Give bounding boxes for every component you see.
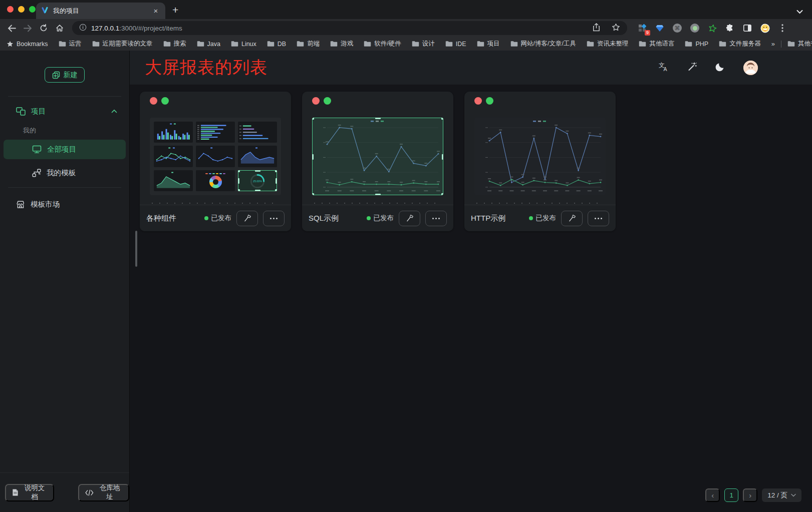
- docs-button[interactable]: 说明文档: [5, 484, 54, 501]
- folder-icon: [364, 41, 371, 47]
- edit-hammer-button[interactable]: [236, 211, 258, 226]
- extension-record-icon[interactable]: [690, 23, 700, 33]
- share-icon[interactable]: [593, 23, 600, 33]
- bookmark-folder[interactable]: 前端: [297, 40, 320, 48]
- ellipsis-icon: [432, 218, 440, 219]
- bookmark-folder[interactable]: 近期需要读的文章: [92, 40, 153, 48]
- browser-menu-icon[interactable]: [777, 23, 787, 33]
- sidebar-item-template-market[interactable]: 模板市场: [0, 195, 129, 213]
- bookmark-folder-label: 游戏: [341, 40, 353, 48]
- side-panel-icon[interactable]: [742, 23, 752, 33]
- language-toggle-icon[interactable]: 文 A: [658, 61, 669, 74]
- bookmark-folder[interactable]: 资讯未整理: [587, 40, 629, 48]
- new-copy-icon: [52, 71, 60, 79]
- address-bar[interactable]: 127.0.0.1:3000/#/project/items: [72, 21, 627, 35]
- bookmark-folder[interactable]: 运营: [59, 40, 82, 48]
- close-window-button[interactable]: [7, 6, 14, 13]
- home-icon[interactable]: [53, 22, 66, 35]
- bookmark-folder[interactable]: 文件服务器: [719, 40, 761, 48]
- monitor-icon: [32, 145, 42, 154]
- tab-title: 我的项目: [53, 7, 147, 16]
- bookmark-folder[interactable]: 设计: [412, 40, 435, 48]
- extensions-puzzle-icon[interactable]: [725, 23, 735, 33]
- browser-tab[interactable]: 我的项目 ×: [36, 3, 165, 19]
- project-thumbnail[interactable]: 25.00%: [150, 118, 281, 195]
- bookmark-folder[interactable]: 项目: [477, 40, 500, 48]
- card-green-dot: [161, 97, 169, 105]
- zoom-window-button[interactable]: [29, 6, 36, 13]
- bookmark-folder[interactable]: Java: [197, 41, 220, 48]
- extension-grid-icon[interactable]: 9: [637, 23, 647, 33]
- sidebar-item-all-projects[interactable]: 全部项目: [4, 140, 126, 159]
- extension-gem-icon[interactable]: [655, 23, 665, 33]
- folder-icon: [510, 41, 518, 47]
- tab-close-icon[interactable]: ×: [151, 7, 160, 16]
- magic-wand-icon[interactable]: [687, 62, 697, 74]
- bookmark-folder[interactable]: DB: [267, 41, 286, 48]
- prev-page-button[interactable]: ‹: [705, 488, 720, 502]
- bookmark-folder-label: 前端: [307, 40, 320, 48]
- mini-chart-area: [238, 146, 277, 167]
- status-dot: [204, 216, 208, 220]
- sidebar-divider: [8, 187, 121, 188]
- bookmark-folder[interactable]: 网站/博客/文章/工具: [510, 40, 576, 48]
- project-name: 各种组件: [146, 214, 176, 223]
- project-thumbnail[interactable]: [474, 118, 606, 195]
- bookmarks-root[interactable]: Bookmarks: [7, 41, 48, 48]
- extension-badge: 9: [645, 30, 650, 36]
- bookmark-folder[interactable]: 游戏: [330, 40, 353, 48]
- sidebar-footer: 说明文档 仓库地址: [0, 472, 129, 512]
- bookmark-folder[interactable]: PHP: [685, 41, 708, 48]
- bookmark-folder-label: 资讯未整理: [597, 40, 629, 48]
- folder-icon: [163, 41, 171, 47]
- dark-mode-moon-icon[interactable]: [715, 62, 725, 74]
- more-actions-button[interactable]: [425, 211, 447, 226]
- macos-window-controls[interactable]: [7, 6, 36, 13]
- chevron-up-icon[interactable]: [111, 109, 117, 113]
- more-actions-button[interactable]: [588, 211, 609, 226]
- sidebar-item-my-templates[interactable]: 我的模板: [4, 163, 126, 183]
- project-card[interactable]: HTTP示例 已发布: [464, 92, 616, 231]
- edit-hammer-button[interactable]: [561, 211, 583, 226]
- extension-star-icon[interactable]: [707, 23, 717, 33]
- new-project-button[interactable]: 新建: [45, 67, 85, 83]
- other-bookmarks[interactable]: 其他书签: [787, 40, 812, 48]
- bookmark-folder[interactable]: 软件/硬件: [364, 40, 401, 48]
- bookmark-folder-label: 软件/硬件: [374, 40, 401, 48]
- extension-command-icon[interactable]: ⌘: [672, 23, 682, 33]
- back-icon[interactable]: [5, 22, 18, 35]
- bookmark-folder[interactable]: Linux: [231, 41, 256, 48]
- minimize-window-button[interactable]: [18, 6, 25, 13]
- page-size-select[interactable]: 12 / 页: [762, 488, 801, 502]
- forward-icon[interactable]: [21, 22, 34, 35]
- folder-icon: [231, 41, 238, 47]
- emoji-extension-icon[interactable]: [760, 23, 770, 33]
- user-avatar[interactable]: [743, 61, 758, 75]
- bookmark-star-icon[interactable]: [612, 23, 620, 33]
- project-card[interactable]: 25.00% 各种组件 已发布: [140, 92, 291, 231]
- bookmarks-overflow-icon[interactable]: »: [771, 40, 775, 48]
- site-info-icon[interactable]: [79, 24, 87, 33]
- scrollbar-thumb[interactable]: [135, 231, 137, 267]
- project-thumbnail[interactable]: [312, 118, 443, 195]
- current-page-button[interactable]: 1: [724, 488, 738, 502]
- browser-toolbar: 127.0.0.1:3000/#/project/items 9 ⌘: [0, 19, 812, 37]
- more-actions-button[interactable]: [263, 211, 285, 226]
- tab-search-chevron-icon[interactable]: [796, 7, 803, 16]
- reload-icon[interactable]: [37, 22, 50, 35]
- folder-icon: [587, 41, 594, 47]
- main-content: 大屏报表的列表 文 A: [130, 51, 812, 512]
- edit-hammer-button[interactable]: [399, 211, 420, 226]
- project-card[interactable]: SQL示例 已发布: [302, 92, 453, 231]
- repo-button[interactable]: 仓库地址: [78, 484, 129, 501]
- next-page-button[interactable]: ›: [743, 488, 757, 502]
- bookmark-folder-label: 搜索: [174, 40, 186, 48]
- bookmark-folder-label: IDE: [456, 41, 466, 48]
- new-tab-button[interactable]: +: [172, 4, 178, 19]
- bookmark-folder[interactable]: 搜索: [163, 40, 186, 48]
- bookmark-folder[interactable]: IDE: [445, 41, 466, 48]
- sidebar-group-projects[interactable]: 项目: [0, 102, 129, 120]
- mini-chart-donut: [196, 170, 235, 191]
- bookmark-folder[interactable]: 其他语言: [639, 40, 674, 48]
- card-red-dot: [474, 97, 482, 105]
